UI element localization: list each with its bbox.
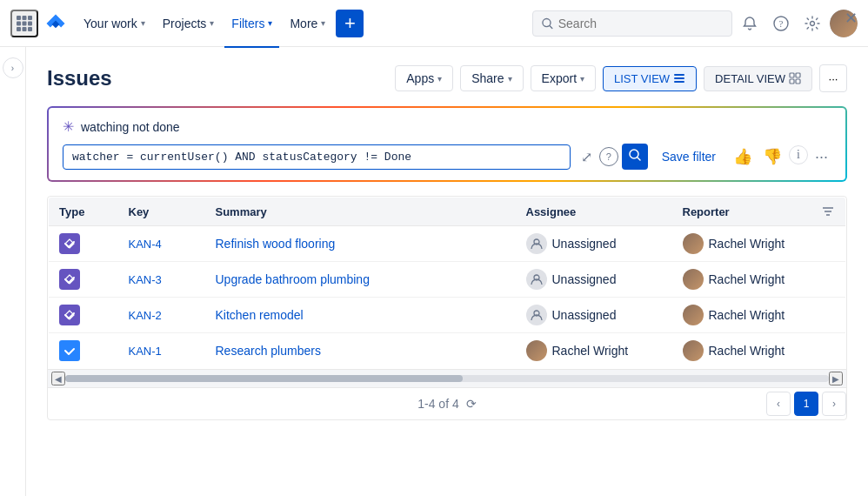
scroll-left-button[interactable]: ◀ xyxy=(51,372,65,385)
key-cell: KAN-2 xyxy=(118,298,205,333)
search-box[interactable] xyxy=(532,10,732,37)
summary-cell: Research plumbers xyxy=(205,333,516,369)
filter-input-row: ⤢ ? Save filter 👍 👎 i xyxy=(63,144,831,170)
filter-asterisk-icon: ✳ xyxy=(63,118,74,135)
filter-query-input[interactable] xyxy=(63,144,571,170)
horizontal-scrollbar: ◀ ▶ xyxy=(48,369,846,387)
svg-rect-16 xyxy=(674,81,684,83)
svg-rect-14 xyxy=(674,74,684,76)
type-cell xyxy=(49,262,118,298)
reporter-avatar xyxy=(683,305,704,325)
refresh-icon[interactable]: ⟳ xyxy=(466,397,477,411)
projects-nav[interactable]: Projects ▾ xyxy=(156,11,222,36)
page-title: Issues xyxy=(47,66,112,90)
header-actions: Apps ▾ Share ▾ Export ▾ LIST VIEW xyxy=(395,64,847,92)
svg-rect-2 xyxy=(28,16,32,20)
reporter-name: Rachel Wright xyxy=(709,344,785,358)
thumbup-button[interactable]: 👍 xyxy=(730,145,756,168)
sidebar-toggle[interactable]: › xyxy=(3,57,23,78)
type-cell xyxy=(49,298,118,333)
filters-chevron: ▾ xyxy=(268,18,272,28)
settings-button[interactable] xyxy=(798,10,826,37)
filter-help-button[interactable]: ? xyxy=(599,147,618,166)
table-row: KAN-3 Upgrade bathroom plumbing Unassign… xyxy=(49,262,846,298)
your-work-chevron: ▾ xyxy=(141,18,145,28)
reporter-name: Rachel Wright xyxy=(709,272,785,286)
svg-rect-5 xyxy=(28,21,32,25)
filter-expand-button[interactable]: ⤢ xyxy=(578,145,596,169)
reporter-name: Rachel Wright xyxy=(709,308,785,322)
filter-search-icon xyxy=(629,149,641,161)
detail-view-button[interactable]: DETAIL VIEW xyxy=(704,66,812,91)
table-row: KAN-2 Kitchen remodel Unassigned xyxy=(49,298,846,333)
content-area: Issues Apps ▾ Share ▾ Export ▾ LIST VIEW xyxy=(26,47,868,496)
more-options-button[interactable]: ··· xyxy=(819,64,847,92)
filter-search-button[interactable] xyxy=(622,144,648,170)
svg-rect-15 xyxy=(674,77,684,79)
thumbdown-button[interactable]: 👎 xyxy=(759,145,785,168)
apps-button[interactable]: Apps ▾ xyxy=(395,65,453,91)
filter-more-button[interactable]: ··· xyxy=(811,145,831,168)
issue-key-link[interactable]: KAN-1 xyxy=(129,345,162,358)
page-1-button[interactable]: 1 xyxy=(794,392,818,416)
app-logo[interactable] xyxy=(42,10,70,37)
pagination-summary: 1-4 of 4 xyxy=(417,397,458,411)
svg-rect-4 xyxy=(23,21,27,25)
unassigned-avatar xyxy=(526,305,547,325)
detail-view-icon xyxy=(789,72,801,84)
filters-nav[interactable]: Filters ▾ xyxy=(224,11,279,36)
svg-rect-19 xyxy=(790,79,794,84)
issue-key-link[interactable]: KAN-4 xyxy=(129,238,162,251)
issue-summary-link[interactable]: Refinish wood flooring xyxy=(216,237,336,251)
create-button[interactable]: + xyxy=(336,10,364,37)
reporter-cell: Rachel Wright xyxy=(672,262,846,298)
pagination-controls: ‹ 1 › xyxy=(766,392,846,416)
more-chevron: ▾ xyxy=(321,18,325,28)
save-filter-button[interactable]: Save filter xyxy=(655,150,723,164)
prev-page-button[interactable]: ‹ xyxy=(766,392,791,416)
grid-menu-button[interactable] xyxy=(10,10,38,37)
filter-title: watching not done xyxy=(81,120,180,134)
key-cell: KAN-3 xyxy=(118,262,205,298)
sidebar: › xyxy=(0,47,26,496)
assignee-avatar xyxy=(526,340,547,361)
assignee-column-header: Assignee xyxy=(516,198,672,226)
filter-info-button[interactable]: i xyxy=(789,145,808,164)
table-body: KAN-4 Refinish wood flooring Unassigned xyxy=(49,226,846,369)
issue-summary-link[interactable]: Upgrade bathroom plumbing xyxy=(216,272,370,286)
issue-key-link[interactable]: KAN-2 xyxy=(129,309,162,322)
list-view-button[interactable]: LIST VIEW xyxy=(603,66,697,91)
search-input[interactable] xyxy=(558,17,723,30)
your-work-nav[interactable]: Your work ▾ xyxy=(77,11,152,36)
pagination-row: 1-4 of 4 ⟳ ‹ 1 › xyxy=(48,387,846,419)
issue-summary-link[interactable]: Kitchen remodel xyxy=(216,308,304,322)
issues-table: Type Key Summary Assignee xyxy=(48,197,846,369)
next-page-button[interactable]: › xyxy=(822,392,846,416)
scroll-thumb[interactable] xyxy=(65,375,463,382)
export-button[interactable]: Export ▾ xyxy=(531,65,596,91)
summary-cell: Kitchen remodel xyxy=(205,298,516,333)
assignee-name: Unassigned xyxy=(552,308,617,322)
projects-chevron: ▾ xyxy=(210,18,214,28)
help-button[interactable]: ? xyxy=(767,10,795,37)
issue-summary-link[interactable]: Research plumbers xyxy=(216,344,321,358)
svg-rect-17 xyxy=(790,73,794,77)
assignee-cell: Rachel Wright xyxy=(516,333,672,369)
unassigned-avatar xyxy=(526,233,547,254)
assignee-name: Unassigned xyxy=(552,237,617,251)
share-button[interactable]: Share ▾ xyxy=(460,65,523,91)
filter-box: ✳ watching not done ✕ ⤢ ? xyxy=(49,108,845,180)
more-nav[interactable]: More ▾ xyxy=(283,11,332,36)
svg-rect-3 xyxy=(17,21,21,25)
svg-line-10 xyxy=(550,25,552,28)
unassigned-avatar xyxy=(526,269,547,290)
top-nav: Your work ▾ Projects ▾ Filters ▾ More ▾ … xyxy=(0,0,868,47)
notifications-button[interactable] xyxy=(736,10,764,37)
filter-box-wrapper: ✳ watching not done ✕ ⤢ ? xyxy=(47,106,847,182)
issue-key-link[interactable]: KAN-3 xyxy=(129,273,162,286)
reporter-avatar xyxy=(683,233,704,254)
story-type-icon xyxy=(59,233,80,254)
column-filter-icon[interactable] xyxy=(821,204,835,218)
story-type-icon xyxy=(59,269,80,290)
scroll-right-button[interactable]: ▶ xyxy=(829,372,843,385)
